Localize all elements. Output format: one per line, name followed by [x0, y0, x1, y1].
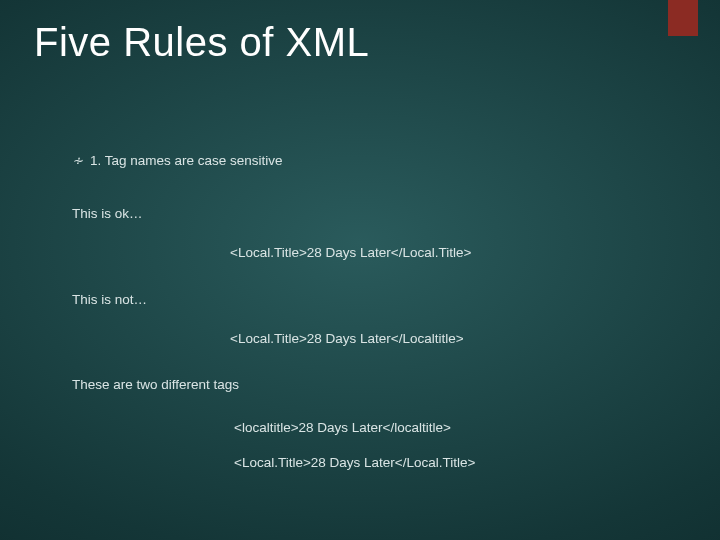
section-diff-code-1: <localtitle>28 Days Later</localtitle> — [234, 419, 660, 438]
bullet-item: ∻ 1. Tag names are case sensitive — [72, 152, 660, 171]
section-not-label: This is not… — [72, 291, 660, 310]
slide-title: Five Rules of XML — [34, 20, 369, 65]
slide: Five Rules of XML ∻ 1. Tag names are cas… — [0, 0, 720, 540]
section-diff-code-2: <Local.Title>28 Days Later</Local.Title> — [234, 454, 660, 473]
section-diff-codes: <localtitle>28 Days Later</localtitle> <… — [72, 419, 660, 473]
bullet-icon: ∻ — [72, 152, 90, 170]
section-diff-label: These are two different tags — [72, 376, 660, 395]
section-ok-label: This is ok… — [72, 205, 660, 224]
accent-bar — [668, 0, 698, 36]
section-not-code: <Local.Title>28 Days Later</Localtitle> — [72, 330, 660, 349]
slide-content: ∻ 1. Tag names are case sensitive This i… — [72, 152, 660, 489]
section-ok-code: <Local.Title>28 Days Later</Local.Title> — [72, 244, 660, 263]
bullet-text: 1. Tag names are case sensitive — [90, 152, 283, 171]
